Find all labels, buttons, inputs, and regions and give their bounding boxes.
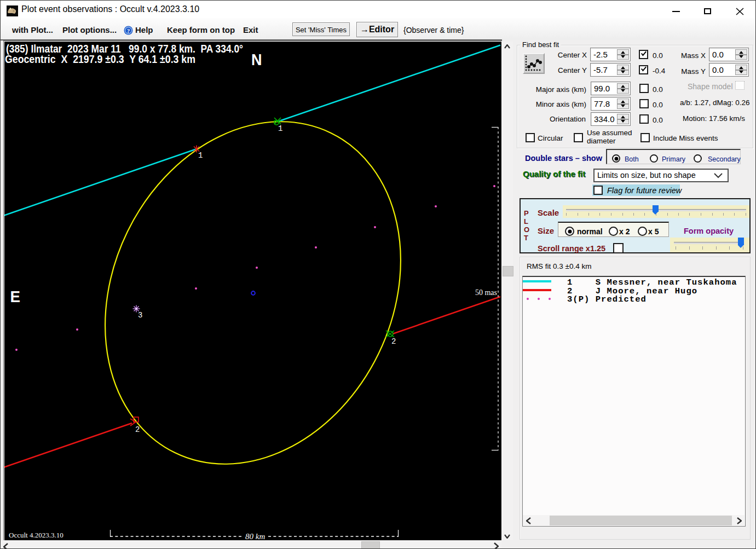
svg-text:E: E [10, 287, 21, 305]
svg-text:?: ? [127, 27, 130, 34]
svg-text:Geocentric X 2197.9 ±0.3 Y: Geocentric X 2197.9 ±0.3 Y 64.1 ±0.3 km [5, 53, 195, 65]
svg-text:1: 1 [198, 151, 203, 160]
svg-text:2: 2 [135, 425, 140, 434]
svg-text:50 mas: 50 mas [475, 288, 497, 297]
svg-text:80 km: 80 km [245, 532, 265, 540]
svg-text:3: 3 [138, 311, 142, 320]
svg-text:Occult 4.2023.3.10: Occult 4.2023.3.10 [9, 531, 64, 539]
svg-text:N: N [251, 50, 262, 68]
svg-text:2: 2 [391, 337, 396, 346]
svg-text:1: 1 [278, 124, 282, 133]
